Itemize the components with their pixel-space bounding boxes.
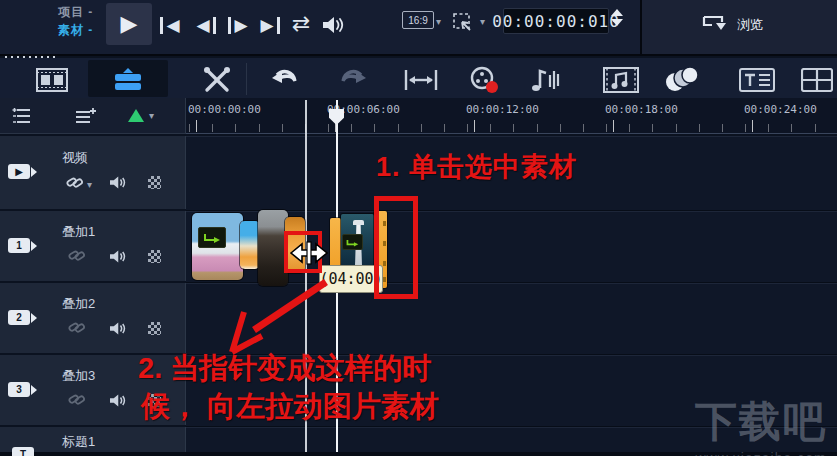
spinner-up-icon[interactable] <box>611 9 623 16</box>
loop-icon: ⇄ <box>292 13 310 35</box>
pan-zoom-badge <box>198 227 226 248</box>
pan-zoom-arrow-icon <box>346 238 359 247</box>
link-toggle[interactable]: ▾ <box>66 174 92 190</box>
track-badge: ▶ <box>8 164 30 179</box>
ruler-major-tick <box>752 120 753 132</box>
transition-button[interactable] <box>658 64 704 96</box>
track-badge: T <box>12 447 34 456</box>
settings-tools-button[interactable] <box>196 64 238 96</box>
ruler-label: 00:00:00:00 <box>188 103 261 116</box>
enlarge-preview-button[interactable] <box>450 10 476 34</box>
window-download-icon <box>702 14 728 34</box>
track-manager-bar: ▾ <box>0 98 186 134</box>
prev-frame-icon: ◀ <box>196 17 215 34</box>
timeline-view-button[interactable] <box>110 64 146 96</box>
watermark-title: 下载吧 <box>688 394 834 450</box>
red-arrow-icon <box>222 278 334 360</box>
link-toggle[interactable] <box>68 248 86 263</box>
transparency-checker-icon[interactable] <box>148 322 161 335</box>
music-wave-icon <box>530 67 562 93</box>
skip-start-icon: ◀ <box>160 17 179 34</box>
track-label: 叠加1 <box>62 223 95 241</box>
split-screen-template-button[interactable] <box>796 64 837 96</box>
storyboard-view-button[interactable] <box>32 64 72 96</box>
play-button[interactable]: ▶ <box>106 3 152 45</box>
record-capture-button[interactable] <box>462 64 506 96</box>
mode-clip-label[interactable]: 素材 - <box>58 22 93 39</box>
previous-frame-button[interactable]: ◀ <box>192 12 220 38</box>
browse-button[interactable]: 浏览 <box>737 16 763 34</box>
ruler-major-tick <box>196 120 197 132</box>
link-toggle[interactable] <box>68 392 86 407</box>
transparency-checker-icon[interactable] <box>148 250 161 263</box>
mode-project-label[interactable]: 项目 - <box>58 4 93 21</box>
timecode-display[interactable]: 00:00:00:010 <box>503 8 609 34</box>
auto-music-button[interactable] <box>598 64 644 96</box>
green-triangle-icon <box>128 109 144 122</box>
timeline-view-icon <box>113 68 143 92</box>
redo-button[interactable] <box>332 64 376 96</box>
track-label: 标题1 <box>62 433 95 451</box>
repeat-button[interactable]: ⇄ <box>286 10 316 38</box>
pan-zoom-arrow-icon <box>203 232 221 243</box>
storyboard-icon <box>36 68 68 92</box>
photo-clip-sunset[interactable] <box>240 221 260 269</box>
fit-project-button[interactable] <box>400 64 442 96</box>
annotation-step2-line2: 候， 向左拉动图片素材 <box>141 387 439 427</box>
add-track-button[interactable] <box>60 99 110 132</box>
watermark-url: www.xiazaiba.com <box>688 450 834 456</box>
system-volume-button[interactable] <box>318 12 348 38</box>
undo-button[interactable] <box>262 64 306 96</box>
link-icon <box>68 320 86 335</box>
spinner-down-icon[interactable] <box>611 19 623 26</box>
sound-mixer-button[interactable] <box>524 64 568 96</box>
pan-zoom-badge <box>342 234 363 250</box>
fit-timeline-icon <box>404 69 438 91</box>
track-header-title1[interactable]: 标题1 T <box>0 427 186 452</box>
video-editor-window: 项目 - 素材 - ▶ ◀ ◀ ▶ ▶ ⇄ 16:9 ▾ ▾ 00:00:00:… <box>0 0 837 456</box>
go-to-start-button[interactable]: ◀ <box>156 12 184 38</box>
track-header-overlay2[interactable]: 2 叠加2 <box>0 283 186 353</box>
lighthouse-top <box>353 220 364 225</box>
go-to-end-button[interactable]: ▶ <box>256 12 284 38</box>
ruler-label: 00:00:18:00 <box>605 103 678 116</box>
track-mute-toggle[interactable] <box>108 249 127 264</box>
track-mute-toggle[interactable] <box>108 393 127 408</box>
camera-lens-icon <box>31 241 37 251</box>
photo-clip-fuji[interactable] <box>192 213 243 280</box>
subtitle-editor-button[interactable] <box>734 64 780 96</box>
aspect-ratio-chevron-icon[interactable]: ▾ <box>436 17 441 27</box>
camera-lens-icon <box>31 385 37 395</box>
link-icon <box>66 175 84 190</box>
track-label: 叠加2 <box>62 295 95 313</box>
next-frame-button[interactable]: ▶ <box>224 12 252 38</box>
title-track-icon: T <box>12 447 34 456</box>
horizontal-resize-cursor-icon <box>290 240 328 266</box>
next-frame-icon: ▶ <box>228 17 247 34</box>
annotation-step2-line1: 2. 当指针变成这样的时 <box>138 349 431 389</box>
ruler-major-tick <box>613 120 614 132</box>
browse-icon[interactable] <box>700 12 730 36</box>
track-header-overlay1[interactable]: 1 叠加1 <box>0 211 186 281</box>
timecode-spinner[interactable] <box>611 9 623 26</box>
enlarge-preview-chevron-icon[interactable]: ▾ <box>480 17 485 27</box>
speaker-icon <box>108 321 127 336</box>
link-toggle[interactable] <box>68 320 86 335</box>
camera-lens-icon <box>31 313 37 323</box>
toolbar-separator <box>246 63 247 95</box>
track-mute-toggle[interactable] <box>108 321 127 336</box>
grid-icon <box>801 68 833 92</box>
aspect-ratio-dropdown[interactable]: 16:9 <box>402 11 434 29</box>
transparency-checker-icon[interactable] <box>148 176 161 189</box>
video-track-icon: ▶ <box>8 164 37 179</box>
track-header-video[interactable]: ▶ 视频 ▾ <box>0 136 186 209</box>
ripple-edit-button[interactable]: ▾ <box>128 109 154 122</box>
skip-end-icon: ▶ <box>260 17 279 34</box>
film-reel-record-icon <box>468 66 500 94</box>
track-manager-button[interactable] <box>0 99 46 132</box>
camera-lens-icon <box>31 167 37 177</box>
speaker-icon <box>108 249 127 264</box>
link-chevron-icon: ▾ <box>87 180 92 190</box>
track-label: 叠加3 <box>62 367 95 385</box>
track-mute-toggle[interactable] <box>108 175 127 190</box>
